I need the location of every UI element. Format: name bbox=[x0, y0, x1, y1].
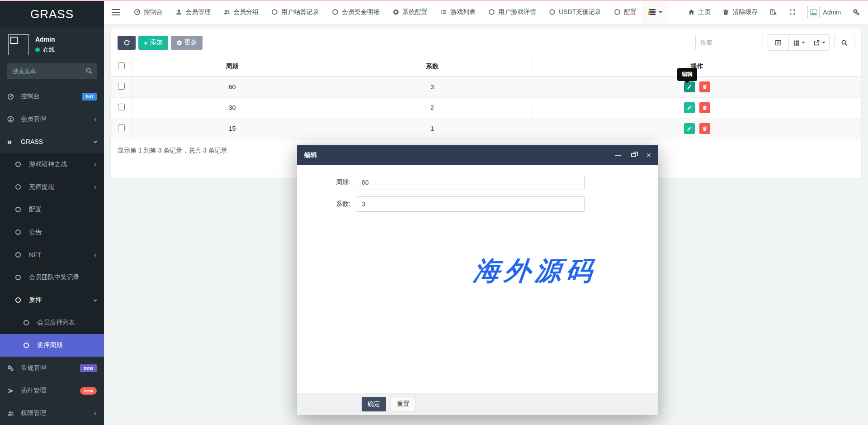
dialog-body: 周期: 系数: 海外源码 bbox=[297, 165, 658, 393]
factor-cell: 2 bbox=[332, 97, 533, 118]
sidebar-item-pledge-list[interactable]: 会员质押列表 bbox=[0, 311, 104, 334]
tab-fund-detail[interactable]: 会员资金明细 bbox=[326, 0, 386, 24]
export-button[interactable] bbox=[809, 35, 829, 50]
dialog-titlebar[interactable]: 编辑 × bbox=[297, 145, 658, 165]
search-toggle-button[interactable] bbox=[834, 35, 854, 50]
sidebar-item-member[interactable]: 会员管理 ‹ bbox=[0, 108, 104, 130]
user-circle-icon bbox=[7, 116, 18, 123]
sidebar-item-addon[interactable]: 插件管理 new bbox=[0, 379, 104, 402]
row-select-cell bbox=[111, 76, 132, 97]
add-label: 添加 bbox=[150, 38, 163, 47]
sidebar-item-notice[interactable]: 公告 bbox=[0, 221, 104, 244]
tab-game-list[interactable]: 游戏列表 bbox=[434, 0, 482, 24]
sidebar-item-pledge[interactable]: 质押 ‹ bbox=[0, 289, 104, 311]
close-icon[interactable]: × bbox=[646, 151, 651, 159]
tab-dashboard[interactable]: 控制台 bbox=[127, 0, 169, 24]
refresh-button[interactable] bbox=[118, 36, 136, 50]
table-toolbar: + 添加 更多 bbox=[111, 29, 861, 57]
sidebar-item-dashboard[interactable]: 控制台 hot bbox=[0, 85, 104, 108]
tab-label: 会员资金明细 bbox=[342, 8, 380, 16]
select-all-checkbox[interactable] bbox=[118, 62, 125, 69]
dialog-title: 编辑 bbox=[304, 151, 317, 159]
menu-search bbox=[7, 63, 97, 79]
sidebar-item-team[interactable]: 会员团队中奖记录 bbox=[0, 266, 104, 289]
delete-button[interactable] bbox=[699, 123, 710, 134]
chevron-down-icon: ‹ bbox=[91, 140, 99, 143]
sidebar-toggle-button[interactable] bbox=[104, 0, 127, 24]
sidebar-item-general[interactable]: 常规管理 new bbox=[0, 357, 104, 379]
clear-cache-button[interactable]: 清除缓存 bbox=[722, 8, 758, 16]
sidebar-item-config[interactable]: 配置 bbox=[0, 198, 104, 221]
sidebar-item-pledge-cycle[interactable]: 质押周期 bbox=[0, 334, 104, 357]
tab-label: 配置 bbox=[624, 8, 637, 16]
delete-button[interactable] bbox=[699, 102, 710, 113]
maximize-icon[interactable] bbox=[631, 153, 636, 157]
tab-label: 会员分组 bbox=[233, 8, 259, 16]
chevron-left-icon: ‹ bbox=[94, 251, 97, 259]
sidebar: GRASS Admin 在线 控制台 hot 会员管理 ‹ » GRASS ‹ bbox=[0, 0, 104, 425]
add-button[interactable]: + 添加 bbox=[138, 36, 168, 50]
select-all-cell bbox=[111, 57, 132, 76]
tab-settle-record[interactable]: 用户结算记录 bbox=[265, 0, 326, 24]
sidebar-item-label: NFT bbox=[29, 251, 41, 258]
language-button[interactable] bbox=[769, 8, 777, 16]
user-menu[interactable]: Admin bbox=[807, 6, 841, 18]
users-icon bbox=[223, 9, 230, 15]
tab-label: 系统配置 bbox=[402, 8, 428, 16]
form-row-factor: 系数: bbox=[297, 196, 658, 212]
minimize-icon[interactable] bbox=[615, 155, 621, 156]
gear-icon bbox=[392, 9, 399, 15]
tab-label: 会员管理 bbox=[185, 8, 211, 16]
sidebar-item-label: 配置 bbox=[29, 205, 42, 214]
table-row: 60 3 bbox=[111, 76, 861, 97]
home-button[interactable]: 主页 bbox=[688, 8, 711, 16]
tab-user-game-detail[interactable]: 用户游戏详情 bbox=[482, 0, 542, 24]
row-select-cell bbox=[111, 118, 132, 139]
tab-member-group[interactable]: 会员分组 bbox=[217, 0, 265, 24]
hamburger-icon bbox=[112, 9, 120, 10]
caret-down-icon bbox=[802, 42, 805, 45]
table-search-input[interactable] bbox=[695, 35, 763, 50]
confirm-button[interactable]: 确定 bbox=[362, 397, 386, 411]
tab-config[interactable]: 配置 bbox=[608, 0, 643, 24]
sidebar-menu: 控制台 hot 会员管理 ‹ » GRASS ‹ 游戏诸神之战 ‹ 充值提现 ‹ bbox=[0, 85, 104, 425]
edit-button[interactable] bbox=[684, 123, 695, 134]
delete-button[interactable] bbox=[699, 81, 710, 92]
brand-logo: GRASS bbox=[0, 0, 104, 28]
sidebar-item-game[interactable]: 游戏诸神之战 ‹ bbox=[0, 153, 104, 176]
sidebar-item-auth[interactable]: 权限管理 ‹ bbox=[0, 402, 104, 425]
data-table: 周期 系数 操作 60 3 30 2 bbox=[111, 57, 861, 139]
period-field[interactable] bbox=[357, 175, 585, 190]
tab-usdt-recharge[interactable]: USDT充值记录 bbox=[542, 0, 608, 24]
sidebar-item-label: 常规管理 bbox=[21, 364, 46, 372]
reset-button[interactable]: 重置 bbox=[391, 397, 416, 411]
tabs-dropdown-button[interactable] bbox=[643, 0, 668, 24]
factor-field-label: 系数: bbox=[297, 200, 357, 208]
circle-icon bbox=[15, 207, 26, 212]
more-label: 更多 bbox=[184, 38, 197, 47]
circle-icon bbox=[24, 320, 34, 325]
factor-field[interactable] bbox=[357, 196, 585, 212]
row-checkbox[interactable] bbox=[118, 124, 125, 131]
tab-member[interactable]: 会员管理 bbox=[169, 0, 217, 24]
avatar bbox=[8, 34, 29, 55]
edit-tooltip: 编辑 bbox=[677, 68, 697, 81]
more-button[interactable]: 更多 bbox=[171, 36, 203, 50]
online-dot-icon bbox=[35, 48, 40, 52]
edit-button[interactable] bbox=[684, 102, 695, 113]
row-checkbox[interactable] bbox=[118, 83, 125, 90]
list-icon bbox=[440, 9, 447, 15]
row-checkbox[interactable] bbox=[118, 104, 125, 110]
sidebar-item-grass[interactable]: » GRASS ‹ bbox=[0, 130, 104, 153]
tab-system-config[interactable]: 系统配置 bbox=[386, 0, 434, 24]
fullscreen-button[interactable] bbox=[789, 9, 796, 15]
column-header-factor: 系数 bbox=[332, 57, 533, 76]
user-panel: Admin 在线 bbox=[0, 28, 104, 59]
sidebar-item-label: 质押周期 bbox=[37, 341, 62, 349]
columns-button[interactable] bbox=[788, 35, 809, 50]
detail-view-button[interactable] bbox=[768, 35, 788, 50]
sidebar-item-nft[interactable]: NFT ‹ bbox=[0, 244, 104, 266]
sidebar-item-recharge[interactable]: 充值提现 ‹ bbox=[0, 176, 104, 198]
settings-button[interactable] bbox=[853, 9, 860, 16]
menu-search-input[interactable] bbox=[7, 63, 97, 79]
